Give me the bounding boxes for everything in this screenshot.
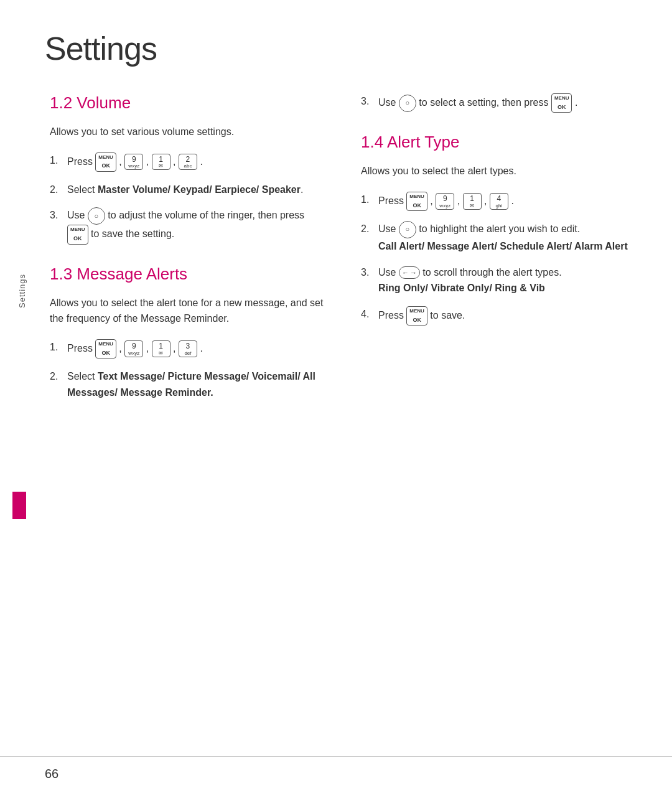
left-column: 1.2 Volume Allows you to set various vol… bbox=[50, 87, 348, 410]
key-menu-ok-3: MENU OK bbox=[95, 339, 116, 358]
key-menu-ok-6: MENU OK bbox=[406, 306, 427, 326]
page-title: Settings bbox=[0, 0, 672, 87]
section-volume-desc: Allows you to set various volume setting… bbox=[50, 124, 324, 140]
key-9wxyz-2: 9 wxyz bbox=[124, 340, 143, 357]
section-message-alerts: 1.3 Message Alerts Allows you to select … bbox=[50, 265, 324, 401]
page-footer: 66 bbox=[0, 756, 672, 781]
key-2abc-1: 2 abc bbox=[179, 154, 197, 170]
volume-step-1: 1. Press MENU OK , 9 wxyz bbox=[50, 152, 324, 172]
key-menu-ok-1: MENU OK bbox=[95, 152, 116, 172]
main-content: 1.2 Volume Allows you to set various vol… bbox=[0, 87, 672, 410]
section-alert-type: 1.4 Alert Type Allows you to select the … bbox=[361, 133, 635, 326]
hscroll-icon-1: ← → bbox=[399, 266, 420, 279]
key-1-3: 1 ✉ bbox=[463, 193, 482, 209]
alert-step-2: 2. Use ○ to highlight the alert you wish… bbox=[361, 221, 635, 255]
key-4ghi-1: 4 ghi bbox=[490, 193, 508, 209]
key-9wxyz-3: 9 wxyz bbox=[436, 193, 454, 209]
page-number: 66 bbox=[45, 767, 58, 780]
nav-icon-1: ○ bbox=[88, 207, 105, 225]
key-menu-ok-4: MENU OK bbox=[551, 93, 572, 113]
section-message-alerts-title: 1.3 Message Alerts bbox=[50, 265, 324, 284]
alert-step-3: 3. Use ← → to scroll through the alert t… bbox=[361, 265, 635, 296]
nav-icon-2: ○ bbox=[399, 95, 416, 112]
key-3def-1: 3 def bbox=[179, 340, 197, 357]
key-menu-ok-2: MENU OK bbox=[67, 225, 88, 244]
side-accent-bar bbox=[12, 492, 26, 519]
key-menu-ok-5: MENU OK bbox=[406, 192, 427, 211]
msg-step-1: 1. Press MENU OK , 9 wxyz bbox=[50, 339, 324, 358]
alert-step-4: 4. Press MENU OK to save. bbox=[361, 306, 635, 326]
section-volume-title: 1.2 Volume bbox=[50, 93, 324, 113]
nav-icon-3: ○ bbox=[399, 221, 416, 238]
section-alert-type-title: 1.4 Alert Type bbox=[361, 133, 635, 152]
section-message-alerts-desc: Allows you to select the alert tone for … bbox=[50, 295, 324, 327]
side-label: Settings bbox=[17, 261, 27, 321]
volume-step-2: 2. Select Master Volume/ Keypad/ Earpiec… bbox=[50, 182, 324, 198]
key-1-1: 1 ✉ bbox=[152, 154, 170, 170]
select-setting-step-3: 3. Use ○ to select a setting, then press… bbox=[361, 93, 635, 113]
msg-step-2: 2. Select Text Message/ Picture Message/… bbox=[50, 368, 324, 400]
right-column: 3. Use ○ to select a setting, then press… bbox=[348, 87, 635, 410]
key-9wxyz-1: 9 wxyz bbox=[124, 154, 143, 170]
section-volume: 1.2 Volume Allows you to set various vol… bbox=[50, 93, 324, 245]
section-alert-type-desc: Allows you to select the alert types. bbox=[361, 163, 635, 179]
key-1-2: 1 ✉ bbox=[152, 340, 170, 357]
alert-step-1: 1. Press MENU OK , 9 wxyz bbox=[361, 192, 635, 211]
volume-step-3: 3. Use ○ to adjust the volume of the rin… bbox=[50, 207, 324, 244]
